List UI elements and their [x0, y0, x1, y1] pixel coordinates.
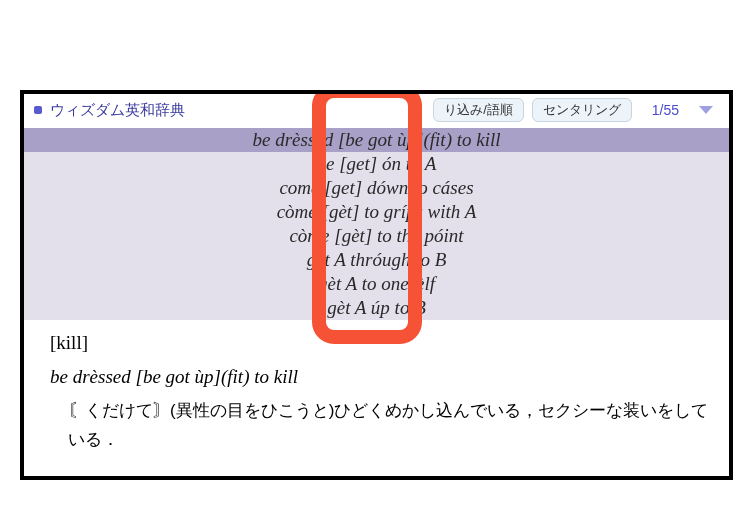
header-bar: ウィズダム英和辞典 り込み/語順 センタリング 1/55: [24, 94, 729, 128]
list-item[interactable]: be drèssed [be got ùp](fit) to kill: [24, 128, 729, 152]
page-indicator: 1/55: [640, 102, 691, 118]
menu-icon[interactable]: [34, 106, 42, 114]
filter-order-button[interactable]: り込み/語順: [433, 98, 524, 122]
list-item[interactable]: gèt A úp to B: [24, 296, 729, 320]
centering-button[interactable]: センタリング: [532, 98, 632, 122]
results-list: be drèssed [be got ùp](fit) to kill be […: [24, 128, 729, 320]
entry-detail: [kill] be drèssed [be got ùp](fit) to ki…: [24, 320, 729, 465]
entry-headword: be drèssed [be got ùp](fit) to kill: [50, 362, 711, 392]
dropdown-caret-icon[interactable]: [699, 106, 713, 114]
entry-definition: 〘くだけて〙(異性の目をひこうと)ひどくめかし込んでいる，セクシーな装いをしてい…: [50, 397, 711, 455]
entry-bracket: [kill]: [50, 328, 711, 358]
dictionary-window: ウィズダム英和辞典 り込み/語順 センタリング 1/55 be drèssed …: [20, 90, 733, 480]
list-item[interactable]: gèt A to onesèlf: [24, 272, 729, 296]
dictionary-title: ウィズダム英和辞典: [50, 101, 185, 120]
list-item[interactable]: be [get] ón to A: [24, 152, 729, 176]
list-item[interactable]: còme [gèt] to the póint: [24, 224, 729, 248]
list-item[interactable]: còme [gèt] to gríps with A: [24, 200, 729, 224]
list-item[interactable]: gèt A thróugh to B: [24, 248, 729, 272]
list-item[interactable]: come [get] dówn to cáses: [24, 176, 729, 200]
